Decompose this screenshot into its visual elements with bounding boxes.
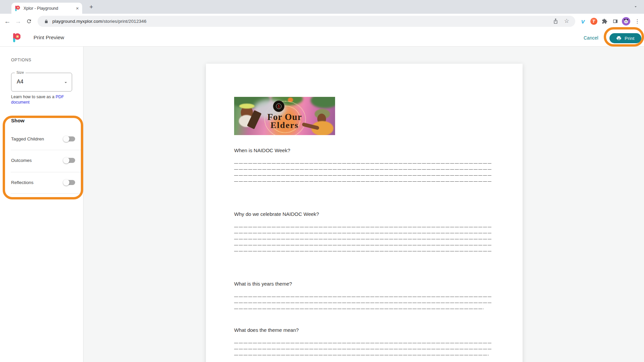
answer-line [234, 170, 491, 176]
naidoc-banner-image: For Our Elders [234, 97, 335, 135]
app-root: Xplor - Playground × + ← → playground.my… [0, 0, 644, 362]
bookmark-star-icon[interactable]: ☆ [564, 17, 569, 24]
answer-line [234, 349, 489, 355]
banner-title: For Our Elders [234, 113, 335, 129]
browser-menu-icon[interactable]: ⋮ [632, 14, 642, 29]
answer-line [234, 343, 491, 349]
share-icon[interactable] [553, 18, 558, 26]
toggle-row-tagged-children: Tagged Children [0, 133, 84, 145]
options-sidebar: OPTIONS Size A4 Learn how to save as a P… [0, 47, 84, 362]
preview-area: For Our Elders When is NAIDOC Week?Why d… [84, 47, 644, 362]
answer-line [234, 303, 484, 309]
page-title: Print Preview [34, 35, 64, 41]
question-text: Why do we celebrate NAIDOC Week? [234, 211, 491, 218]
naidoc-committee-logo-icon [273, 101, 284, 112]
t-extension-icon[interactable]: T [589, 14, 599, 29]
panda-avatar-icon [622, 17, 630, 25]
toggle-row-outcomes: Outcomes [0, 155, 84, 166]
extensions-puzzle-icon[interactable] [599, 14, 609, 29]
toggle-divider [11, 150, 82, 150]
toggle-switch-outcomes-off[interactable] [63, 157, 76, 164]
question-text: What does the theme mean? [234, 327, 491, 334]
size-select[interactable]: Size A4 [11, 73, 72, 92]
toggle-label-reflections: Reflections [11, 180, 34, 185]
answer-line [234, 337, 491, 343]
new-tab-button[interactable]: + [87, 3, 95, 11]
print-button-label: Print [625, 36, 634, 41]
show-section-heading: Show [11, 118, 24, 123]
back-button[interactable]: ← [2, 14, 13, 29]
answer-line [234, 233, 491, 239]
browser-toolbar: ← → playground.myxplor.com/stories/print… [0, 14, 644, 29]
tab-list-chevron-icon[interactable] [633, 4, 638, 9]
url-domain: playground.myxplor.com [52, 19, 102, 24]
options-section-label: OPTIONS [11, 58, 31, 62]
address-bar[interactable]: playground.myxplor.com/stories/print/201… [38, 16, 575, 27]
answer-line [234, 221, 491, 227]
size-select-value: A4 [17, 79, 23, 85]
question-section: Why do we celebrate NAIDOC Week? [234, 211, 491, 251]
question-text: When is NAIDOC Week? [234, 147, 491, 154]
cancel-button[interactable]: Cancel [584, 35, 598, 41]
forward-button[interactable]: → [13, 14, 23, 29]
question-text: What is this years theme? [234, 281, 491, 288]
browser-tab-active[interactable]: Xplor - Playground × [11, 3, 82, 14]
url-text[interactable]: playground.myxplor.com/stories/print/201… [52, 19, 147, 24]
url-path: /stories/print/2012346 [102, 19, 147, 24]
toggle-switch-reflections-off[interactable] [63, 179, 76, 186]
refresh-button[interactable] [23, 14, 34, 29]
answer-line [234, 176, 491, 182]
lock-icon[interactable] [44, 19, 48, 24]
answer-line [234, 291, 491, 297]
vimeo-extension-icon[interactable]: v [578, 14, 588, 29]
xplor-favicon-icon [15, 5, 20, 11]
profile-avatar[interactable] [621, 14, 631, 29]
toggle-divider [11, 172, 82, 172]
tab-close-icon[interactable]: × [76, 6, 79, 11]
printer-icon [616, 36, 622, 41]
side-panel-icon[interactable] [610, 14, 620, 29]
answer-line [234, 239, 491, 245]
question-section: When is NAIDOC Week? [234, 147, 491, 182]
toggle-switch-tagged-children-off[interactable] [63, 136, 76, 142]
xplor-logo [13, 33, 20, 43]
question-section: What does the theme mean? [234, 327, 491, 355]
answer-line [234, 164, 491, 170]
size-select-label: Size [15, 70, 25, 74]
browser-tab-strip: Xplor - Playground × + [0, 0, 644, 14]
question-section: What is this years theme? [234, 281, 491, 309]
toggle-divider [11, 193, 82, 194]
print-button[interactable]: Print [609, 33, 641, 43]
document-page: For Our Elders When is NAIDOC Week?Why d… [206, 64, 523, 362]
answer-line [234, 297, 491, 303]
answer-line [234, 158, 491, 164]
answer-line [234, 227, 491, 233]
toggle-label-outcomes: Outcomes [11, 158, 32, 163]
pdf-hint-text: Learn how to save as a PDF document [11, 95, 67, 105]
toggle-row-reflections: Reflections [0, 177, 84, 188]
tab-title: Xplor - Playground [23, 6, 73, 11]
app-header: Print Preview Cancel Print [0, 29, 644, 47]
select-caret-icon [63, 80, 68, 85]
answer-line [234, 245, 491, 251]
toggle-label-tagged-children: Tagged Children [11, 136, 44, 141]
